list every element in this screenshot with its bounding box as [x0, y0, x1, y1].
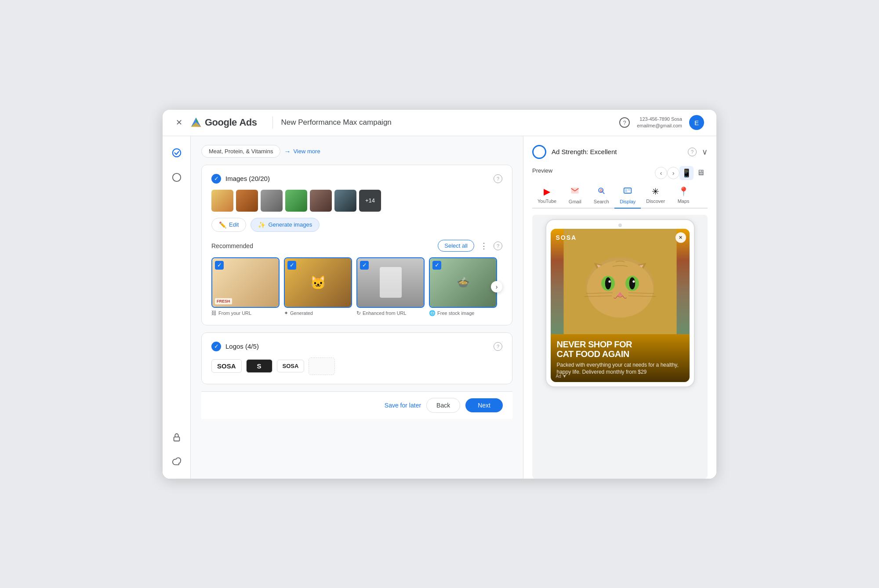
image-label-4: 🌐 Free stock image [429, 310, 497, 316]
sidebar-cloud-icon[interactable] [169, 454, 185, 470]
svg-rect-8 [624, 188, 632, 193]
sidebar-check-icon[interactable] [169, 145, 185, 161]
maps-label: Maps [678, 198, 690, 204]
save-for-later-button[interactable]: Save for later [385, 402, 421, 409]
image-check-2[interactable]: ✓ [287, 261, 296, 270]
account-email: emailme@gmail.com [637, 123, 682, 129]
link-icon-1: ⛓ [211, 310, 217, 316]
images-help-icon[interactable]: ? [494, 174, 502, 183]
phone-mockup: × SOSA [545, 219, 695, 388]
ad-headline-line1: NEVER SHOP FOR [557, 339, 683, 349]
tab-gmail[interactable]: Gmail [562, 184, 588, 208]
ad-headline-line2: CAT FOOD AGAIN [557, 349, 683, 359]
image-source-2: Generated [290, 310, 313, 316]
ad-strength-chevron-icon[interactable]: ∨ [702, 147, 708, 157]
grid-next-arrow[interactable]: › [491, 281, 502, 292]
youtube-label: YouTube [538, 198, 556, 204]
pencil-icon: ✏️ [219, 221, 226, 228]
image-label-3: ↻ Enhanced from URL [356, 310, 425, 316]
desktop-view-button[interactable]: 🖥 [694, 166, 708, 180]
logos-check-icon: ✓ [211, 342, 221, 351]
app-window: ✕ Google Ad [163, 110, 716, 479]
view-more-button[interactable]: → View more [284, 148, 320, 155]
next-button[interactable]: Next [465, 398, 503, 412]
image-preview-4[interactable]: ✓ 🍲 [429, 257, 497, 308]
display-label: Display [620, 199, 636, 204]
sidebar-lock-icon[interactable] [169, 429, 185, 445]
ad-strength-help-icon[interactable]: ? [688, 148, 697, 156]
ad-strength-row: Ad Strength: Excellent ? ∨ [532, 145, 708, 159]
image-preview-2[interactable]: ✓ 🐱 [284, 257, 352, 308]
sparkle-icon: ✨ [258, 221, 265, 228]
thumbnail-5 [310, 190, 332, 212]
ad-subtext: Packed with everything your cat needs fo… [557, 361, 683, 376]
recommended-help-icon[interactable]: ? [494, 242, 502, 250]
image-preview-1[interactable]: ✓ FRESH [211, 257, 280, 308]
logos-help-icon[interactable]: ? [494, 342, 502, 351]
tab-maps[interactable]: 📍 Maps [670, 184, 697, 208]
platform-tabs: ▶ YouTube Gmail G Search [532, 184, 708, 209]
sidebar-circle-icon[interactable] [169, 170, 185, 185]
logos-title-row: ✓ Logos (4/5) [211, 342, 259, 351]
image-preview-3[interactable]: ✓ [356, 257, 425, 308]
ad-cat-image [551, 229, 690, 334]
svg-rect-10 [628, 189, 630, 190]
globe-icon-4: 🌐 [429, 310, 436, 316]
back-button[interactable]: Back [426, 398, 460, 413]
help-icon[interactable]: ? [619, 117, 630, 128]
edit-button[interactable]: ✏️ Edit [211, 218, 246, 232]
tab-youtube[interactable]: ▶ YouTube [532, 184, 562, 208]
svg-point-22 [608, 280, 610, 282]
logo-4-empty [309, 357, 335, 375]
logos-card-header: ✓ Logos (4/5) ? [211, 342, 502, 351]
svg-point-21 [629, 277, 635, 289]
header-divider [272, 116, 273, 129]
svg-point-17 [587, 260, 653, 317]
thumbnail-1 [211, 190, 233, 212]
avatar[interactable]: E [689, 115, 704, 130]
image-card-3: ✓ ↻ Enhanced from URL [356, 257, 425, 316]
display-icon [623, 186, 632, 197]
preview-next-button[interactable]: › [667, 167, 679, 179]
image-grid: ✓ FRESH ⛓ From your URL [211, 257, 502, 316]
more-options-icon[interactable]: ⋮ [478, 240, 490, 252]
select-all-button[interactable]: Select all [438, 240, 474, 252]
youtube-icon: ▶ [544, 186, 550, 197]
images-action-row: ✏️ Edit ✨ Generate images [211, 218, 502, 232]
breadcrumb-chip: Meat, Protein, & Vitamins [201, 145, 280, 158]
image-check-4[interactable]: ✓ [432, 261, 441, 270]
image-label-1: ⛓ From your URL [211, 310, 280, 316]
logo-2: S [246, 359, 272, 373]
image-source-4: Free stock image [437, 310, 474, 316]
logos-title: Logos (4/5) [225, 343, 259, 350]
footer: Save for later Back Next [201, 391, 512, 419]
svg-rect-9 [625, 189, 627, 192]
tab-discover[interactable]: ✳ Discover [641, 184, 670, 208]
generate-images-button[interactable]: ✨ Generate images [251, 218, 320, 232]
image-card-4: ✓ 🍲 🌐 Free stock image › [429, 257, 497, 316]
preview-prev-button[interactable]: ‹ [655, 167, 667, 179]
image-check-1[interactable]: ✓ [215, 261, 224, 270]
image-source-3: Enhanced from URL [363, 310, 407, 316]
discover-icon: ✳ [652, 186, 659, 197]
sidebar [163, 136, 191, 479]
image-card-2: ✓ 🐱 ✦ Generated [284, 257, 352, 316]
recommended-header: Recommended Select all ⋮ ? [211, 240, 502, 252]
svg-text:G: G [600, 188, 603, 192]
images-check-icon: ✓ [211, 174, 221, 184]
mobile-view-button[interactable]: 📱 [679, 166, 694, 180]
account-info: 123-456-7890 Sosa emailme@gmail.com [637, 116, 682, 130]
ad-text-overlay: NEVER SHOP FOR CAT FOOD AGAIN Packed wit… [551, 334, 690, 382]
svg-point-23 [632, 280, 635, 282]
close-button[interactable]: ✕ [175, 119, 183, 126]
image-check-3[interactable]: ✓ [360, 261, 369, 270]
ad-close-button[interactable]: × [676, 232, 686, 243]
logos-card: ✓ Logos (4/5) ? SOSA S SOSA [201, 332, 512, 384]
tab-search[interactable]: G Search [588, 184, 614, 208]
ad-headline: NEVER SHOP FOR CAT FOOD AGAIN [557, 339, 683, 359]
preview-label: Preview [532, 167, 655, 174]
thumbnail-2 [236, 190, 258, 212]
tab-display[interactable]: Display [614, 184, 641, 208]
google-triangle-icon [190, 116, 202, 129]
ad-brand-label: SOSA [556, 234, 577, 241]
